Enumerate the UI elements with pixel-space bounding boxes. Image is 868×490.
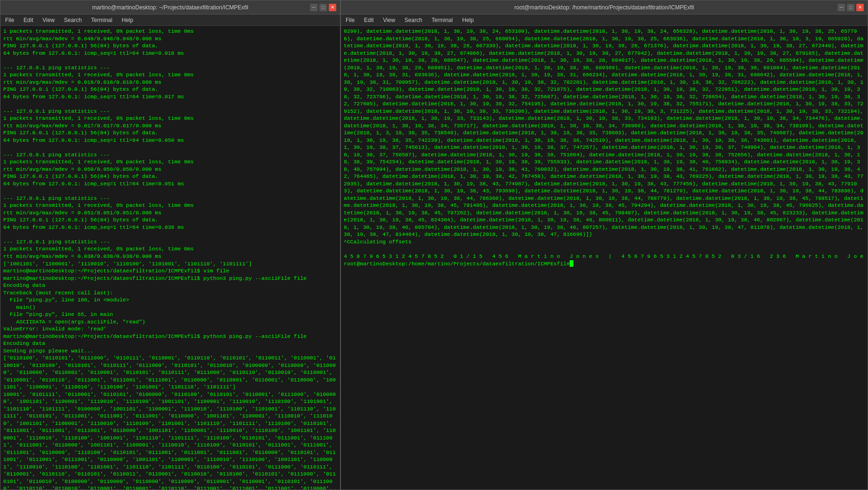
right-menu-file[interactable]: File — [344, 16, 356, 24]
right-minimize-button[interactable]: ─ — [838, 4, 845, 11]
left-menu-terminal[interactable]: Terminal — [89, 16, 114, 24]
left-close-button[interactable]: ✕ — [329, 4, 336, 11]
left-menu-file[interactable]: File — [3, 16, 16, 24]
right-menu-help[interactable]: Help — [460, 16, 476, 24]
right-maximize-button[interactable]: □ — [847, 4, 854, 11]
right-menu-terminal[interactable]: Terminal — [430, 16, 455, 24]
right-title-bar: root@martinoDesktop: /home/martino/Proje… — [341, 0, 868, 15]
left-window-controls: ─ □ ✕ — [310, 4, 336, 11]
left-terminal-content: 1 packets transmitted, 1 received, 0% pa… — [0, 26, 340, 490]
left-menu-bar: File Edit View Search Terminal Help — [0, 15, 340, 26]
left-title-bar: martino@martinoDesktop: ~/Projects/datae… — [0, 0, 340, 15]
left-menu-search[interactable]: Search — [62, 16, 84, 24]
left-minimize-button[interactable]: ─ — [310, 4, 318, 11]
right-terminal-window: root@martinoDesktop: /home/martino/Proje… — [340, 0, 868, 490]
right-menu-edit[interactable]: Edit — [362, 16, 376, 24]
right-menu-view[interactable]: View — [381, 16, 397, 24]
right-menu-search[interactable]: Search — [403, 16, 424, 24]
right-menu-bar: File Edit View Search Terminal Help — [341, 15, 868, 26]
right-close-button[interactable]: ✕ — [856, 4, 864, 11]
terminal-cursor — [570, 260, 573, 267]
right-terminal-title: root@martinoDesktop: /home/martino/Proje… — [345, 4, 864, 11]
left-maximize-button[interactable]: □ — [319, 4, 327, 11]
terminals-container: martino@martinoDesktop: ~/Projects/datae… — [0, 0, 868, 490]
right-window-controls: ─ □ ✕ — [838, 4, 864, 11]
left-terminal-title: martino@martinoDesktop: ~/Projects/datae… — [4, 4, 336, 11]
left-menu-edit[interactable]: Edit — [22, 16, 35, 24]
left-terminal-window: martino@martinoDesktop: ~/Projects/datae… — [0, 0, 340, 490]
right-terminal-content: 0299), datetime.datetime(2018, 1, 30, 19… — [341, 26, 868, 490]
left-menu-view[interactable]: View — [41, 16, 57, 24]
left-menu-help[interactable]: Help — [120, 16, 135, 24]
